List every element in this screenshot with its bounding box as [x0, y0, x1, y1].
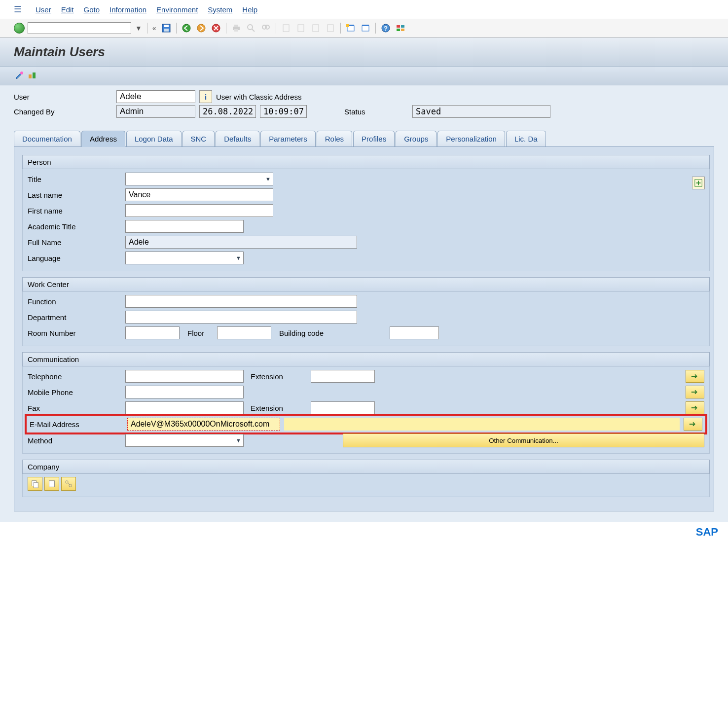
- room-field[interactable]: [125, 326, 180, 339]
- tab-snc[interactable]: SNC: [182, 131, 215, 147]
- tab-roles[interactable]: Roles: [317, 131, 352, 147]
- ok-icon[interactable]: [14, 23, 25, 34]
- cancel-icon[interactable]: [210, 22, 222, 34]
- group-title-company: Company: [22, 460, 710, 474]
- footer: SAP: [0, 522, 728, 542]
- svg-point-28: [20, 72, 23, 74]
- function-label: Function: [28, 297, 121, 306]
- sub-toolbar: [0, 67, 728, 85]
- department-label: Department: [28, 313, 121, 322]
- find-next-icon: [260, 22, 272, 34]
- first-page-icon: [280, 22, 292, 34]
- tab-parameters[interactable]: Parameters: [260, 131, 316, 147]
- collapse-icon[interactable]: «: [151, 24, 157, 32]
- svg-text:?: ?: [384, 25, 388, 32]
- tel-ext-field[interactable]: [311, 370, 375, 383]
- company-new-icon[interactable]: [44, 477, 59, 491]
- group-title-person: Person: [22, 155, 710, 169]
- svg-rect-29: [29, 74, 32, 78]
- exit-icon[interactable]: [195, 22, 207, 34]
- prev-page-icon: [295, 22, 307, 34]
- svg-rect-19: [346, 24, 349, 27]
- company-copy-icon[interactable]: [28, 477, 42, 491]
- menu-help[interactable]: Help: [242, 5, 257, 14]
- app-icon: ☰: [14, 4, 22, 15]
- menu-environment[interactable]: Environment: [156, 5, 198, 14]
- floor-field[interactable]: [217, 326, 271, 339]
- svg-rect-25: [401, 25, 404, 28]
- telephone-field[interactable]: [125, 370, 244, 383]
- method-dropdown[interactable]: [125, 434, 244, 447]
- svg-rect-13: [283, 25, 289, 32]
- tab-logon-data[interactable]: Logon Data: [126, 131, 182, 147]
- svg-rect-27: [401, 29, 404, 31]
- academic-title-field[interactable]: [125, 220, 244, 233]
- menu-goto[interactable]: Goto: [84, 5, 100, 14]
- email-field[interactable]: [127, 418, 280, 431]
- fax-ext-field[interactable]: [311, 401, 375, 414]
- tab-profiles[interactable]: Profiles: [353, 131, 395, 147]
- group-company: Company: [22, 460, 710, 497]
- expand-icon[interactable]: [692, 177, 705, 189]
- back-icon[interactable]: [181, 22, 192, 34]
- fax-more-button[interactable]: [686, 401, 704, 414]
- display-change-icon[interactable]: [14, 70, 25, 81]
- help-icon[interactable]: ?: [380, 22, 392, 34]
- full-name-field: [125, 236, 357, 249]
- svg-line-10: [252, 29, 255, 32]
- mobile-more-button[interactable]: [686, 386, 704, 398]
- menu-system[interactable]: System: [208, 5, 232, 14]
- menu-edit[interactable]: Edit: [61, 5, 74, 14]
- save-icon[interactable]: [160, 22, 172, 34]
- tab-documentation[interactable]: Documentation: [14, 131, 80, 147]
- tab-personalization[interactable]: Personalization: [437, 131, 505, 147]
- reference-icon[interactable]: [27, 70, 37, 81]
- svg-rect-1: [164, 25, 169, 27]
- email-bar: [284, 418, 680, 431]
- email-more-button[interactable]: [684, 418, 702, 431]
- function-field[interactable]: [125, 295, 357, 308]
- tel-ext-label: Extension: [248, 372, 307, 381]
- new-session-icon[interactable]: [345, 22, 357, 34]
- tab-defaults[interactable]: Defaults: [216, 131, 259, 147]
- command-dropdown-icon[interactable]: ▼: [134, 24, 143, 32]
- settings-icon[interactable]: [395, 22, 406, 34]
- first-name-field[interactable]: [125, 204, 273, 217]
- user-field[interactable]: [116, 90, 195, 103]
- title-dropdown[interactable]: [125, 173, 273, 185]
- fax-label: Fax: [28, 404, 121, 412]
- tab-address[interactable]: Address: [81, 131, 125, 147]
- command-field[interactable]: [28, 22, 131, 34]
- svg-rect-15: [313, 25, 319, 32]
- other-communication-button[interactable]: Other Communication...: [343, 433, 704, 447]
- svg-rect-20: [362, 26, 369, 31]
- company-assign-icon[interactable]: [61, 477, 76, 491]
- find-icon: [245, 22, 257, 34]
- tab-lic-data[interactable]: Lic. Da: [506, 131, 546, 147]
- email-label: E-Mail Address: [30, 420, 123, 429]
- last-name-field[interactable]: [125, 188, 273, 201]
- info-icon[interactable]: i: [199, 90, 212, 103]
- tab-groups[interactable]: Groups: [396, 131, 437, 147]
- svg-rect-26: [397, 29, 400, 31]
- layout-icon[interactable]: [360, 22, 371, 34]
- menu-information[interactable]: Information: [109, 5, 146, 14]
- mobile-field[interactable]: [125, 386, 244, 398]
- language-dropdown[interactable]: [125, 252, 244, 264]
- svg-point-4: [197, 24, 205, 32]
- svg-point-9: [248, 25, 253, 30]
- svg-line-39: [68, 483, 70, 485]
- svg-rect-14: [298, 25, 304, 32]
- svg-rect-7: [234, 25, 238, 27]
- building-field[interactable]: [390, 326, 439, 339]
- title-label: Title: [28, 175, 121, 183]
- fax-field[interactable]: [125, 401, 244, 414]
- telephone-more-button[interactable]: [686, 370, 704, 383]
- menu-user[interactable]: User: [36, 5, 51, 14]
- language-label: Language: [28, 254, 121, 262]
- svg-rect-36: [49, 481, 55, 487]
- department-field[interactable]: [125, 311, 357, 324]
- classic-address-text: User with Classic Address: [216, 93, 301, 101]
- svg-rect-30: [33, 72, 36, 78]
- last-page-icon: [325, 22, 336, 34]
